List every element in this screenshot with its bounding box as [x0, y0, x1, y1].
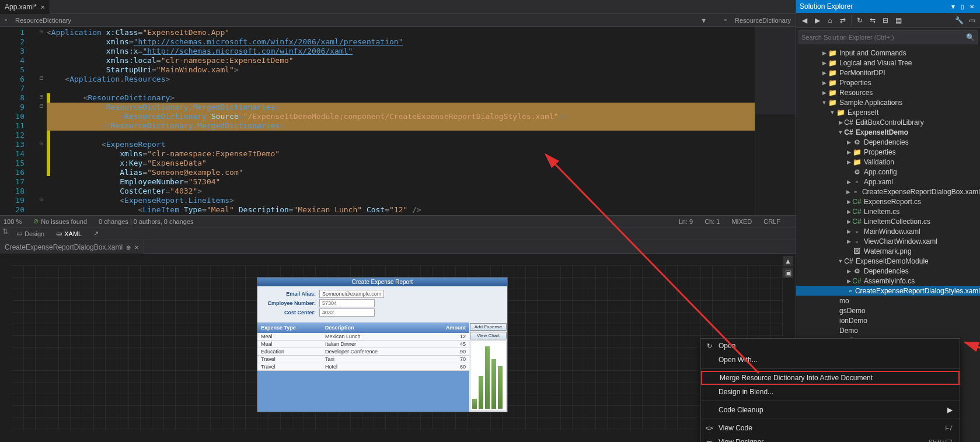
tree-node[interactable]: ▶▫ViewChartWindow.xaml [796, 236, 980, 246]
field-cc: 4032 [319, 308, 375, 317]
tree-node[interactable]: ▶▫App.xaml [796, 177, 980, 187]
close-icon[interactable]: ✕ [134, 244, 139, 251]
home-icon[interactable]: ⌂ [824, 15, 836, 26]
tree-node[interactable]: ▶⚙Dependencies [796, 137, 980, 147]
switch-icon[interactable]: ⇄ [837, 15, 849, 26]
tree-node[interactable]: ▶📁Properties [796, 78, 980, 87]
tree-node[interactable]: ⚙App.config [796, 167, 980, 177]
context-menu-item[interactable]: ↻Open [701, 339, 960, 353]
tree-node[interactable]: ▼📁ExpenseIt [796, 107, 980, 117]
view-chart-button: View Chart [470, 332, 507, 339]
tree-node[interactable]: ▶📁Properties [796, 147, 980, 157]
context-menu-item[interactable]: Open With... [701, 353, 960, 367]
expense-dialog-preview: Create Expense Report Email Alias:Someon… [257, 277, 508, 412]
popout-icon[interactable]: ↗ [88, 227, 104, 240]
field-email: Someone@example.com [319, 290, 384, 298]
tree-node[interactable]: ▶C#LineItem.cs [796, 206, 980, 216]
tree-node[interactable]: ▶📁Logical and Visual Tree [796, 58, 980, 68]
showall-icon[interactable]: ▤ [892, 15, 904, 26]
xaml-icon: ▫ [5, 16, 13, 24]
search-input[interactable] [801, 34, 966, 41]
minimap[interactable] [755, 27, 796, 215]
designer-tab-bar: CreateExpenseReportDialogBox.xaml ⊕ ✕ [0, 240, 796, 254]
tree-node[interactable]: gsDemo [796, 306, 980, 315]
close-icon[interactable]: ✕ [967, 3, 976, 10]
fold-gutter[interactable]: ⊟ ⊟⊟⊟ ⊟ ⊟ [36, 27, 47, 215]
solution-explorer-title-bar[interactable]: Solution Explorer ▼ ▯ ✕ [796, 0, 980, 13]
dropdown-icon[interactable]: ▼ [948, 3, 958, 10]
changes-status[interactable]: 0 changes | 0 authors, 0 changes [99, 218, 193, 225]
breadcrumb: ▫ ResourceDictionary ▼ ▫ ResourceDiction… [0, 14, 796, 27]
tree-node[interactable]: ionDemo [796, 315, 980, 325]
line-indicator[interactable]: Ln: 9 [679, 218, 693, 225]
zoom-in-icon[interactable]: ▲ [783, 256, 793, 266]
refresh-icon[interactable]: ↻ [854, 15, 866, 26]
context-menu-item[interactable]: ▭View DesignerShift+F7 [701, 435, 960, 442]
tree-node[interactable]: mo [796, 296, 980, 306]
line-number-gutter: 123456789101112131415161718192021 [0, 27, 36, 215]
context-menu[interactable]: ↻OpenOpen With...Merge Resource Dictiona… [700, 338, 960, 442]
mixed-indicator[interactable]: MIXED [731, 218, 752, 225]
tree-node[interactable]: ▼C#ExpenseItDemo [796, 127, 980, 137]
breadcrumb-item[interactable]: ▼ [700, 17, 707, 24]
expand-icon[interactable]: ▣ [783, 268, 793, 278]
search-icon[interactable]: 🔍 [966, 33, 975, 41]
zoom-level[interactable]: 100 % [4, 218, 22, 225]
tab-label: App.xaml* [5, 3, 37, 11]
solution-explorer-toolbar: ◀ ▶ ⌂ ⇄ ↻ ⇆ ⊟ ▤ 🔧 ▭ [796, 13, 980, 28]
minimap-viewport[interactable] [755, 27, 796, 114]
xaml-icon: ▫ [724, 16, 733, 24]
tree-node[interactable]: ▶C#ExpenseReport.cs [796, 197, 980, 206]
context-menu-item[interactable]: Design in Blend... [701, 385, 960, 399]
tree-node[interactable]: ▫CreateExpenseReportDialogStyles.xaml [796, 286, 980, 296]
tree-node[interactable]: 🖼Watermark.png [796, 246, 980, 256]
solution-explorer-search[interactable]: 🔍 [798, 30, 978, 44]
breadcrumb-item[interactable]: ResourceDictionary [735, 17, 791, 24]
tree-node[interactable]: ▼C#ExpenseItDemoModule [796, 256, 980, 266]
char-indicator[interactable]: Ch: 1 [705, 218, 720, 225]
context-menu-item[interactable]: Merge Resource Dictionary Into Active Do… [701, 371, 960, 385]
label-email: Email Alias: [263, 291, 316, 297]
pin-icon[interactable]: ▯ [958, 3, 967, 10]
back-icon[interactable]: ◀ [798, 15, 810, 26]
properties-icon[interactable]: 🔧 [953, 15, 965, 26]
tree-node[interactable]: ▶C#AssemblyInfo.cs [796, 276, 980, 286]
close-icon[interactable]: ✕ [40, 4, 45, 10]
context-menu-item[interactable]: <>View CodeF7 [701, 421, 960, 435]
tree-node[interactable]: ▶📁Resources [796, 87, 980, 97]
breadcrumb-item[interactable]: ResourceDictionary [15, 17, 71, 24]
code-editor[interactable]: 123456789101112131415161718192021 ⊟ ⊟⊟⊟ … [0, 27, 796, 215]
table-head: Expense Type Description Amount [257, 322, 469, 333]
tree-node[interactable]: ▶📁Input and Commands [796, 48, 980, 58]
tree-node[interactable]: ▶C#LineItemCollection.cs [796, 216, 980, 226]
issues-status[interactable]: ⊘ No issues found [33, 218, 87, 225]
tab-dialogbox[interactable]: CreateExpenseReportDialogBox.xaml ⊕ ✕ [0, 240, 144, 254]
context-menu-item[interactable]: Code Cleanup▶ [701, 403, 960, 417]
designer-surface[interactable]: Create Expense Report Email Alias:Someon… [0, 254, 796, 442]
pin-icon[interactable]: ⊕ [126, 244, 131, 251]
line-ending-indicator[interactable]: CRLF [763, 218, 780, 225]
dialog-title: Create Expense Report [257, 278, 507, 286]
collapse-icon[interactable]: ⊟ [880, 15, 891, 26]
tab-xaml[interactable]: ▭ XAML [50, 227, 88, 240]
code-area[interactable]: <Application x:Class="ExpenseItDemo.App"… [47, 27, 755, 215]
table-row: TravelHotel60 [257, 363, 469, 371]
tree-node[interactable]: ▶📁Validation [796, 157, 980, 167]
panel-title: Solution Explorer [800, 2, 853, 10]
forward-icon[interactable]: ▶ [811, 15, 823, 26]
tree-node[interactable]: ▶⚙Dependencies [796, 266, 980, 276]
tree-node[interactable]: Demo [796, 325, 980, 335]
tree-node[interactable]: ▶C#EditBoxControlLibrary [796, 117, 980, 127]
swap-icon[interactable]: ⇅ [2, 227, 8, 240]
label-emp: Employee Number: [263, 300, 316, 306]
tree-node[interactable]: ▶▫CreateExpenseReportDialogBox.xaml [796, 187, 980, 197]
sync-icon[interactable]: ⇆ [867, 15, 878, 26]
chart-preview [470, 341, 507, 411]
tab-app-xaml[interactable]: App.xaml* ✕ [0, 0, 50, 14]
check-icon: ⊘ [33, 218, 39, 225]
preview-icon[interactable]: ▭ [966, 15, 978, 26]
tab-design[interactable]: ▭ Design [11, 227, 50, 240]
tree-node[interactable]: ▶▫MainWindow.xaml [796, 226, 980, 236]
tree-node[interactable]: ▶📁PerMonitorDPI [796, 68, 980, 78]
tree-node[interactable]: ▼📁Sample Applications [796, 97, 980, 107]
